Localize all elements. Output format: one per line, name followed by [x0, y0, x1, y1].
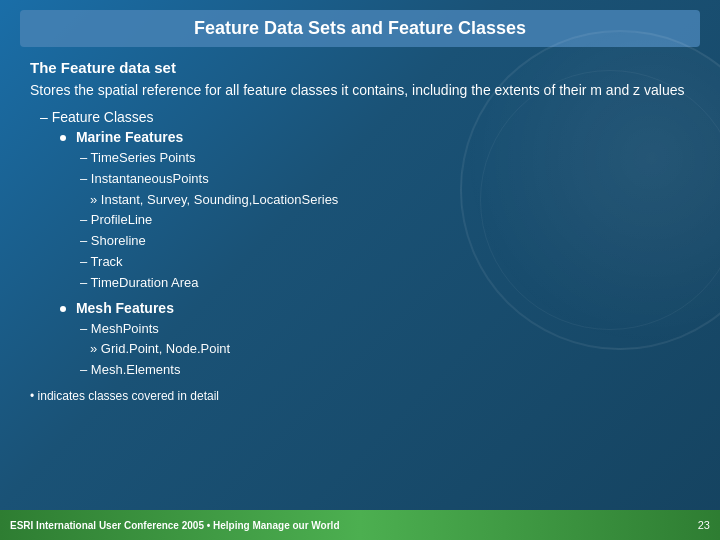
feature-classes-item: – Feature Classes [40, 109, 690, 125]
page-title: Feature Data Sets and Feature Classes [40, 18, 680, 39]
main-heading: The Feature data set [30, 59, 690, 76]
marine-sub-item-5: – Track [80, 252, 690, 273]
marine-sub-item-2: – InstantaneousPoints [80, 169, 690, 190]
marine-sub-item-1: – TimeSeries Points [80, 148, 690, 169]
bottom-bar: ESRI International User Conference 2005 … [0, 510, 720, 540]
main-body: Stores the spatial reference for all fea… [30, 80, 690, 101]
marine-features-section: Marine Features – TimeSeries Points – In… [60, 129, 690, 294]
marine-sub-item-3: – ProfileLine [80, 210, 690, 231]
footer-note: • indicates classes covered in detail [30, 389, 690, 403]
marine-sub-sub-item-1: » Instant, Survey, Sounding,LocationSeri… [90, 190, 690, 211]
marine-bullet-header: Marine Features [60, 129, 690, 145]
marine-sub-item-4: – Shoreline [80, 231, 690, 252]
mesh-features-section: Mesh Features – MeshPoints » Grid.Point,… [60, 300, 690, 381]
mesh-sub-item-2: – Mesh.Elements [80, 360, 690, 381]
title-bar: Feature Data Sets and Feature Classes [20, 10, 700, 47]
mesh-sub-sub-item-1: » Grid.Point, Node.Point [90, 339, 690, 360]
page-number: 23 [698, 519, 710, 531]
background: Feature Data Sets and Feature Classes Th… [0, 0, 720, 540]
main-content: The Feature data set Stores the spatial … [0, 47, 720, 413]
marine-sub-item-6: – TimeDuration Area [80, 273, 690, 294]
mesh-sub-item-1: – MeshPoints [80, 319, 690, 340]
mesh-bullet-header: Mesh Features [60, 300, 690, 316]
bullet-dot-marine [60, 135, 66, 141]
bullet-dot-mesh [60, 306, 66, 312]
bottom-left-text: ESRI International User Conference 2005 … [10, 520, 340, 531]
